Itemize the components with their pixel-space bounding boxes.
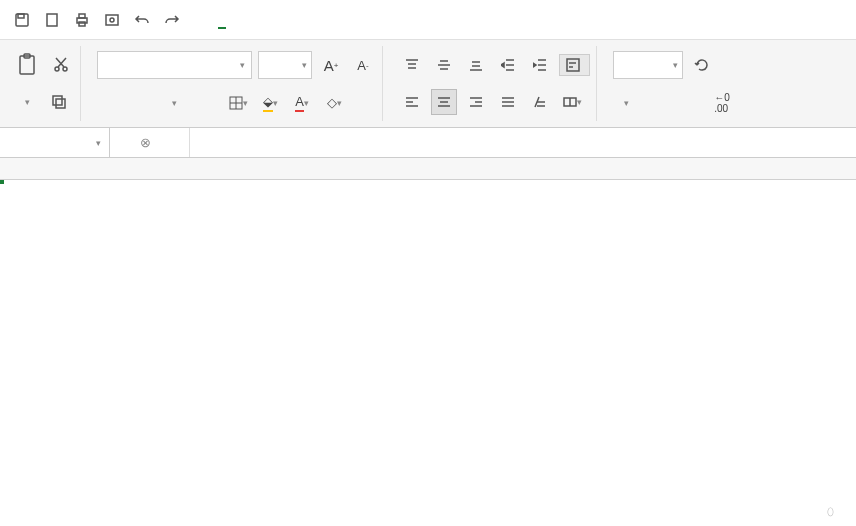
svg-rect-32 — [567, 59, 579, 71]
tab-member[interactable] — [442, 11, 450, 29]
print-icon[interactable] — [68, 6, 96, 34]
tab-insert[interactable] — [246, 11, 254, 29]
merge-button[interactable]: ▾ — [559, 89, 585, 115]
refresh-icon[interactable] — [689, 52, 715, 78]
watermark: ⬯ — [827, 505, 846, 518]
svg-rect-12 — [53, 96, 62, 105]
formula-input[interactable] — [189, 128, 856, 157]
align-left-icon[interactable] — [399, 89, 425, 115]
spreadsheet-grid[interactable] — [0, 158, 856, 180]
svg-rect-6 — [106, 15, 118, 25]
save-icon[interactable] — [8, 6, 36, 34]
orientation-icon[interactable] — [527, 89, 553, 115]
tab-page[interactable] — [274, 11, 282, 29]
copy-icon[interactable] — [46, 89, 72, 115]
justify-icon[interactable] — [495, 89, 521, 115]
thousand-button[interactable] — [677, 90, 703, 116]
svg-rect-13 — [56, 99, 65, 108]
svg-point-10 — [55, 67, 59, 71]
cut-icon[interactable] — [48, 52, 74, 78]
paste-icon[interactable] — [14, 52, 42, 78]
fill-color-button[interactable]: ⬙▾ — [257, 90, 283, 116]
align-bot-icon[interactable] — [463, 52, 489, 78]
svg-point-11 — [63, 67, 67, 71]
tab-formula[interactable] — [302, 11, 310, 29]
align-center-icon[interactable] — [431, 89, 457, 115]
font-color-button[interactable]: A▾ — [289, 90, 315, 116]
redo-icon[interactable] — [158, 6, 186, 34]
tab-data[interactable] — [330, 11, 338, 29]
border-button[interactable]: ▾ — [225, 90, 251, 116]
italic-button[interactable] — [129, 90, 155, 116]
tab-view[interactable] — [386, 11, 394, 29]
font-select[interactable]: ▾ — [97, 51, 252, 79]
bold-button[interactable] — [97, 90, 123, 116]
svg-rect-1 — [18, 14, 24, 18]
svg-rect-2 — [47, 14, 57, 26]
align-mid-icon[interactable] — [431, 52, 457, 78]
new-icon[interactable] — [38, 6, 66, 34]
number-format-select[interactable]: ▾ — [613, 51, 683, 79]
tab-review[interactable] — [358, 11, 366, 29]
indent-dec-icon[interactable] — [495, 52, 521, 78]
font-size-select[interactable]: ▾ — [258, 51, 312, 79]
wrap-button[interactable] — [559, 54, 590, 76]
svg-rect-5 — [79, 22, 85, 26]
menu-tabs — [218, 11, 450, 29]
decrease-font-icon[interactable]: A- — [350, 52, 376, 78]
currency-button[interactable]: ▾ — [613, 90, 639, 116]
strike-button[interactable] — [193, 90, 219, 116]
paste-label[interactable]: ▾ — [14, 89, 40, 115]
name-box[interactable]: ▾ — [0, 128, 110, 158]
tab-tools[interactable] — [414, 11, 422, 29]
align-top-icon[interactable] — [399, 52, 425, 78]
indent-inc-icon[interactable] — [527, 52, 553, 78]
highlight-button[interactable]: ◇▾ — [321, 90, 347, 116]
percent-button[interactable] — [645, 90, 671, 116]
align-right-icon[interactable] — [463, 89, 489, 115]
preview-icon[interactable] — [98, 6, 126, 34]
increase-font-icon[interactable]: A+ — [318, 52, 344, 78]
decimal-button[interactable]: ←0.00 — [709, 90, 735, 116]
underline-button[interactable]: ▾ — [161, 90, 187, 116]
svg-point-7 — [110, 18, 114, 22]
tab-start[interactable] — [218, 11, 226, 29]
svg-rect-4 — [79, 14, 85, 18]
undo-icon[interactable] — [128, 6, 156, 34]
cancel-icon[interactable]: ⊗ — [140, 135, 151, 150]
